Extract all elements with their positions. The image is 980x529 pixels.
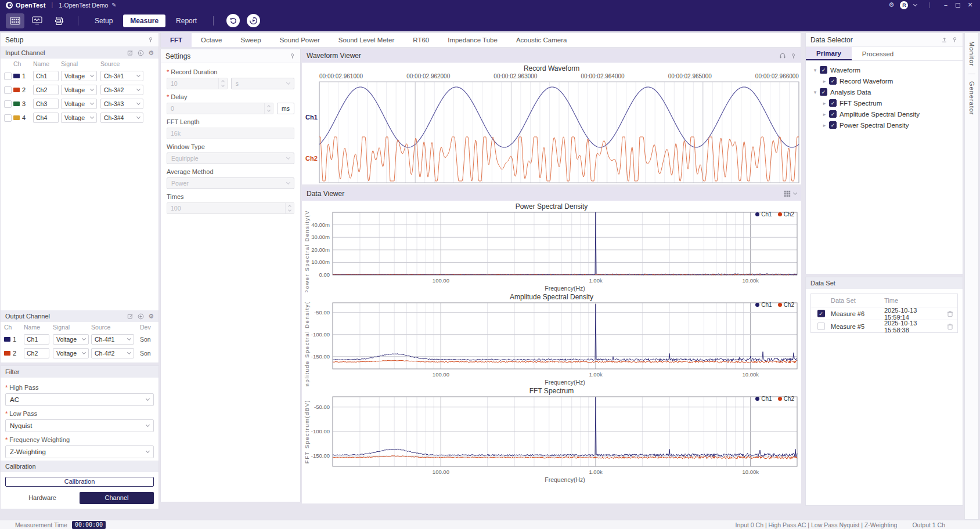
channel-name-input[interactable] [24, 334, 49, 345]
channel-source-select[interactable]: Ch-4#1 [91, 334, 134, 345]
tree-caret-icon[interactable]: ▸ [821, 78, 828, 84]
channel-signal-select[interactable]: Voltage [61, 99, 97, 109]
average-method-select[interactable]: Power [167, 177, 294, 189]
channel-name-input[interactable] [33, 99, 59, 109]
tree-caret-icon[interactable]: ▸ [821, 100, 828, 106]
edit-channels-icon[interactable] [127, 50, 134, 56]
tree-checkbox[interactable]: ✓ [829, 77, 837, 85]
tab-sweep[interactable]: Sweep [232, 33, 271, 47]
filter-high-pass-select[interactable]: AC [5, 393, 154, 406]
monitor-view-button[interactable] [28, 13, 46, 28]
edit-project-icon[interactable]: ✎ [111, 2, 116, 8]
channel-source-select[interactable]: Ch-3#1 [100, 71, 143, 81]
tree-checkbox[interactable]: ✓ [820, 88, 827, 96]
delay-input[interactable]: 0 [167, 103, 273, 114]
chevron-down-icon[interactable] [793, 191, 797, 195]
tab-octave[interactable]: Octave [192, 33, 231, 47]
channel-signal-select[interactable]: Voltage [61, 85, 97, 95]
tab-fft[interactable]: FFT [161, 33, 192, 47]
data-selector-tab-primary[interactable]: Primary [806, 47, 852, 60]
channel-signal-select[interactable]: Voltage [53, 348, 89, 358]
delete-data-set-icon[interactable] [942, 323, 957, 330]
record-waveform-chart[interactable]: Ch1Ch2 [303, 81, 800, 183]
channel-signal-select[interactable]: Voltage [53, 334, 89, 345]
channel-source-select[interactable]: Ch-3#4 [100, 113, 143, 123]
tab-monitor[interactable]: Monitor [968, 39, 975, 69]
tab-generator[interactable]: Generator [968, 79, 975, 118]
tree-checkbox[interactable]: ✓ [820, 66, 827, 74]
add-channel-icon[interactable] [138, 50, 144, 56]
record-duration-input[interactable]: 10 [167, 78, 228, 89]
sequence-view-button[interactable] [50, 13, 69, 28]
amplitude_spectral_density-plot[interactable]: -50.00-100.00-150.00100.001.00k10.00kFre… [302, 302, 799, 386]
input-channel-checkbox[interactable] [4, 73, 12, 80]
channel-name-input[interactable] [33, 71, 59, 81]
tree-caret-icon[interactable]: ▸ [821, 122, 828, 128]
tab-sound-power[interactable]: Sound Power [271, 33, 329, 47]
channel-source-select[interactable]: Ch-3#2 [100, 85, 143, 95]
nav-measure[interactable]: Measure [123, 15, 165, 27]
tree-checkbox[interactable]: ✓ [829, 121, 837, 129]
fft-length-input[interactable]: 16k [167, 128, 294, 139]
tree-label[interactable]: Analysis Data [830, 89, 871, 96]
data-set-checkbox[interactable]: ✓ [817, 310, 825, 317]
layout-grid-icon[interactable] [784, 190, 791, 197]
data-selector-tab-processed[interactable]: Processed [852, 47, 904, 60]
data-set-checkbox[interactable] [817, 323, 825, 330]
fft_spectrum-plot[interactable]: -50.00-100.00-150.00100.001.00k10.00kFre… [302, 396, 799, 484]
calibration-button[interactable]: Calibration [5, 477, 154, 487]
tree-caret-icon[interactable]: ▸ [821, 111, 828, 117]
tree-label[interactable]: Waveform [830, 67, 860, 74]
calibration-mode-hardware[interactable]: Hardware [5, 492, 80, 504]
settings-gear-icon[interactable]: ⚙ [889, 1, 895, 9]
tab-rt60[interactable]: RT60 [403, 33, 438, 47]
delete-data-set-icon[interactable] [942, 310, 957, 317]
window-type-select[interactable]: Equiripple [167, 153, 294, 164]
user-avatar[interactable]: R [900, 1, 908, 9]
undo-button[interactable] [226, 14, 240, 27]
stepper-icon[interactable] [264, 103, 273, 114]
pin-icon[interactable] [289, 53, 296, 59]
channel-source-select[interactable]: Ch-4#2 [91, 348, 134, 358]
channel-settings-gear-icon[interactable]: ⚙ [148, 313, 154, 320]
pin-icon[interactable] [790, 53, 797, 59]
stepper-icon[interactable] [285, 203, 294, 213]
minimize-button[interactable]: − [942, 2, 950, 9]
close-button[interactable]: ✕ [966, 1, 974, 9]
channel-name-input[interactable] [24, 348, 49, 358]
data-set-row[interactable]: ✓Measure #62025-10-13 15:59:14 [811, 307, 957, 320]
tree-caret-icon[interactable]: ▾ [812, 67, 819, 73]
tree-label[interactable]: FFT Spectrum [840, 100, 882, 107]
channel-settings-gear-icon[interactable]: ⚙ [148, 49, 154, 57]
nav-setup[interactable]: Setup [88, 15, 120, 27]
nav-report[interactable]: Report [169, 15, 204, 27]
tree-label[interactable]: Power Spectral Density [840, 122, 909, 129]
input-channel-checkbox[interactable] [4, 86, 12, 94]
channel-table-view-button[interactable] [6, 13, 24, 28]
export-icon[interactable] [941, 37, 947, 43]
tree-label[interactable]: Record Waveform [840, 78, 893, 85]
times-input[interactable]: 100 [167, 202, 294, 214]
filter-frequency-weighting-select[interactable]: Z-Weighting [5, 445, 154, 458]
record-duration-unit-select[interactable]: s [231, 78, 294, 89]
calibration-mode-channel[interactable]: Channel [80, 492, 154, 504]
channel-signal-select[interactable]: Voltage [61, 71, 97, 81]
input-channel-checkbox[interactable] [4, 114, 12, 122]
tab-acoustic-camera[interactable]: Acoustic Camera [507, 33, 577, 47]
listen-headphones-icon[interactable] [779, 52, 786, 59]
restart-measure-button[interactable] [247, 14, 260, 27]
channel-name-input[interactable] [33, 113, 59, 123]
power_spectral_density-plot[interactable]: 0.0010.00m20.00m30.00m40.00m100.001.00k1… [302, 211, 799, 292]
channel-name-input[interactable] [33, 85, 59, 95]
tree-checkbox[interactable]: ✓ [829, 99, 837, 107]
pin-icon[interactable] [952, 37, 958, 43]
channel-signal-select[interactable]: Voltage [61, 113, 97, 123]
add-channel-icon[interactable] [138, 313, 144, 320]
tab-sound-level-meter[interactable]: Sound Level Meter [329, 33, 404, 47]
stepper-icon[interactable] [218, 78, 227, 89]
maximize-button[interactable] [956, 3, 960, 8]
channel-source-select[interactable]: Ch-3#3 [100, 99, 143, 109]
pin-icon[interactable] [147, 37, 154, 43]
tree-caret-icon[interactable]: ▾ [812, 89, 819, 95]
data-set-row[interactable]: Measure #52025-10-13 15:58:38 [811, 320, 957, 332]
